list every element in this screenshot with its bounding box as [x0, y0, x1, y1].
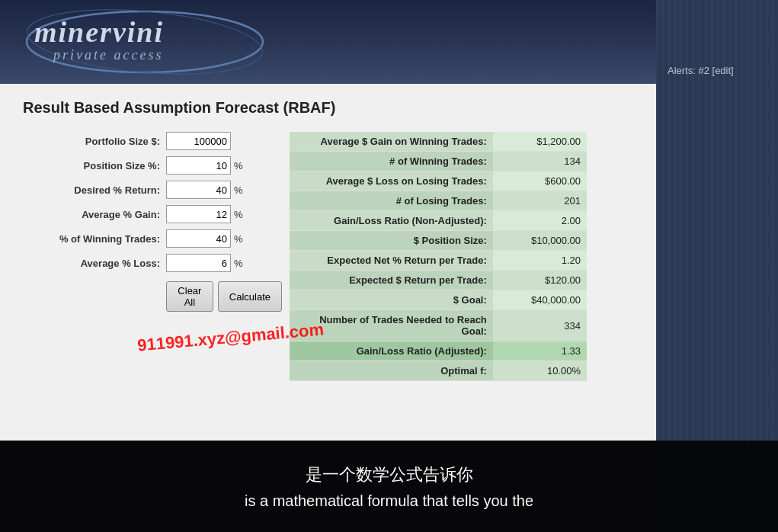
- result-label: Average $ Loss on Losing Trades:: [290, 171, 493, 191]
- desired-input[interactable]: [166, 181, 231, 199]
- logo-minervini: minervini: [34, 15, 164, 49]
- avg-gain-unit: %: [234, 209, 243, 220]
- page-title: Result Based Assumption Forecast (RBAF): [23, 99, 633, 117]
- form-row-desired: Desired % Return: %: [23, 181, 282, 199]
- desired-label: Desired % Return:: [23, 184, 160, 196]
- portfolio-label: Portfolio Size $:: [23, 136, 160, 147]
- form-row-winning: % of Winning Trades: %: [23, 229, 282, 248]
- portfolio-input[interactable]: [166, 132, 231, 150]
- avg-loss-label: Average % Loss:: [23, 258, 160, 269]
- table-row: Average $ Loss on Losing Trades: $600.00: [290, 171, 587, 191]
- result-value: $40,000.00: [493, 290, 587, 310]
- form-row-position: Position Size %: %: [23, 156, 282, 175]
- logo-private-access: private access: [53, 47, 163, 63]
- alerts-bar: Alerts: #2 [edit]: [656, 0, 778, 84]
- avg-loss-input[interactable]: [166, 254, 231, 272]
- clear-all-button[interactable]: Clear All: [166, 281, 213, 312]
- table-row-highlight: Gain/Loss Ratio (Adjusted): 1.33: [290, 341, 587, 361]
- result-label: Gain/Loss Ratio (Non-Adjusted):: [290, 211, 493, 231]
- result-value: $1,200.00: [493, 132, 587, 152]
- table-row: Number of Trades Needed to Reach Goal: 3…: [290, 310, 587, 341]
- position-input[interactable]: [166, 156, 231, 175]
- result-label: # of Losing Trades:: [290, 191, 493, 211]
- result-value: $120.00: [493, 271, 587, 290]
- button-row: Clear All Calculate: [166, 281, 282, 312]
- desired-unit: %: [234, 184, 243, 196]
- header: minervini private access: [0, 0, 656, 84]
- result-value: 10.00%: [493, 361, 587, 381]
- winning-unit: %: [234, 233, 243, 245]
- table-row: Expected $ Return per Trade: $120.00: [290, 271, 587, 290]
- result-value: 201: [493, 191, 587, 211]
- form-section: Portfolio Size $: Position Size %: % Des…: [23, 132, 282, 312]
- table-row: Optimal f: 10.00%: [290, 361, 587, 381]
- subtitle-bar: 是一个数学公式告诉你 is a mathematical formula tha…: [0, 441, 778, 532]
- table-row: Expected Net % Return per Trade: 1.20: [290, 251, 587, 271]
- calculate-button[interactable]: Calculate: [218, 281, 282, 312]
- table-row: Gain/Loss Ratio (Non-Adjusted): 2.00: [290, 211, 587, 231]
- winning-label: % of Winning Trades:: [23, 233, 160, 245]
- result-value: 134: [493, 152, 587, 171]
- result-value: 1.20: [493, 251, 587, 271]
- result-label: Gain/Loss Ratio (Adjusted):: [290, 341, 493, 361]
- position-label: Position Size %:: [23, 160, 160, 171]
- avg-loss-unit: %: [234, 258, 243, 269]
- result-value: 334: [493, 310, 587, 341]
- table-row: Average $ Gain on Winning Trades: $1,200…: [290, 132, 587, 152]
- table-row: $ Goal: $40,000.00: [290, 290, 587, 310]
- winning-input[interactable]: [166, 229, 231, 248]
- table-row: # of Losing Trades: 201: [290, 191, 587, 211]
- result-label: Average $ Gain on Winning Trades:: [290, 132, 493, 152]
- alerts-text: Alerts: #2 [edit]: [668, 65, 734, 76]
- result-value: 2.00: [493, 211, 587, 231]
- avg-gain-input[interactable]: [166, 205, 231, 223]
- result-value: 1.33: [493, 341, 587, 361]
- form-row-portfolio: Portfolio Size $:: [23, 132, 282, 150]
- result-value: $600.00: [493, 171, 587, 191]
- position-unit: %: [234, 160, 243, 171]
- result-label: # of Winning Trades:: [290, 152, 493, 171]
- table-row: # of Winning Trades: 134: [290, 152, 587, 171]
- result-value: $10,000.00: [493, 231, 587, 251]
- result-label: Expected Net % Return per Trade:: [290, 251, 493, 271]
- form-row-avg-gain: Average % Gain: %: [23, 205, 282, 223]
- logo-container: minervini private access: [23, 8, 267, 76]
- result-label: Optimal f:: [290, 361, 493, 381]
- results-table: Average $ Gain on Winning Trades: $1,200…: [290, 132, 587, 381]
- avg-gain-label: Average % Gain:: [23, 209, 160, 220]
- main-content: Result Based Assumption Forecast (RBAF) …: [0, 84, 656, 441]
- result-label: $ Goal:: [290, 290, 493, 310]
- form-row-avg-loss: Average % Loss: %: [23, 254, 282, 272]
- subtitle-english: is a mathematical formula that tells you…: [245, 492, 533, 510]
- results-section: Average $ Gain on Winning Trades: $1,200…: [290, 132, 633, 381]
- result-label: Expected $ Return per Trade:: [290, 271, 493, 290]
- table-row: $ Position Size: $10,000.00: [290, 231, 587, 251]
- logo-ellipse: minervini private access: [23, 8, 267, 76]
- subtitle-chinese: 是一个数学公式告诉你: [306, 463, 473, 486]
- result-label: $ Position Size:: [290, 231, 493, 251]
